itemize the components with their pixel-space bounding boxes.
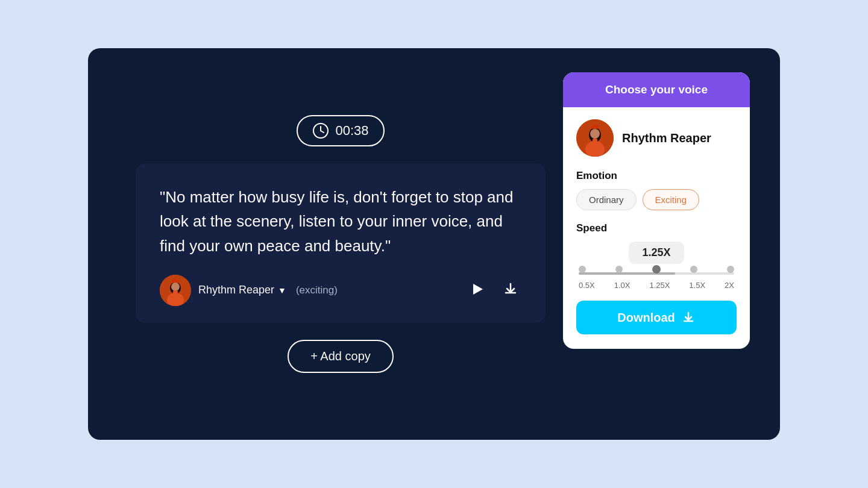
timer-display: 00:38 xyxy=(335,123,368,139)
svg-rect-8 xyxy=(173,290,178,298)
speed-label-2: 1.25X xyxy=(649,281,670,290)
speed-label: Speed xyxy=(576,222,737,234)
speed-slider[interactable]: 0.5X 1.0X 1.25X 1.5X 2X xyxy=(576,272,737,290)
emotion-label: Emotion xyxy=(576,170,737,182)
voice-panel: Choose your voice Rhythm Reaper Em xyxy=(563,72,750,349)
add-copy-button[interactable]: + Add copy xyxy=(288,340,394,373)
speed-display: 1.25X xyxy=(576,242,737,264)
speed-track xyxy=(579,272,734,275)
panel-body: Rhythm Reaper Emotion Ordinary Exciting … xyxy=(563,107,750,349)
speed-label-4: 2X xyxy=(725,281,734,290)
main-container: 00:38 "No matter how busy life is, don't… xyxy=(88,48,780,440)
speed-value: 1.25X xyxy=(629,242,684,264)
svg-point-15 xyxy=(590,129,600,139)
svg-line-2 xyxy=(321,131,324,133)
speed-label-3: 1.5X xyxy=(689,281,705,290)
avatar-image-large xyxy=(576,119,614,157)
panel-voice-name: Rhythm Reaper xyxy=(622,131,711,145)
voice-row: Rhythm Reaper ▼ (exciting) xyxy=(160,275,521,306)
emotion-ordinary[interactable]: Ordinary xyxy=(576,189,637,210)
emotion-options: Ordinary Exciting xyxy=(576,189,737,210)
clock-icon xyxy=(312,122,329,139)
quote-text: "No matter how busy life is, don't forge… xyxy=(160,185,521,258)
timer-badge: 00:38 xyxy=(297,115,384,146)
emotion-exciting[interactable]: Exciting xyxy=(643,189,700,210)
download-icon-small xyxy=(502,281,519,298)
avatar-image-small xyxy=(160,275,191,306)
panel-voice-row: Rhythm Reaper xyxy=(576,119,737,157)
voice-emotion-tag: (exciting) xyxy=(296,284,338,296)
speed-label-0: 0.5X xyxy=(579,281,595,290)
speed-label-1: 1.0X xyxy=(614,281,631,290)
play-button[interactable] xyxy=(466,278,488,302)
voice-name-label: Rhythm Reaper xyxy=(198,284,274,296)
left-panel: 00:38 "No matter how busy life is, don't… xyxy=(118,115,563,373)
panel-header: Choose your voice xyxy=(563,72,750,107)
voice-actions xyxy=(466,278,521,302)
quote-card: "No matter how busy life is, don't forge… xyxy=(136,163,546,323)
svg-rect-16 xyxy=(593,139,597,147)
download-label: Download xyxy=(617,311,675,325)
svg-point-7 xyxy=(171,283,180,291)
download-button[interactable]: Download xyxy=(576,301,737,334)
chevron-down-icon: ▼ xyxy=(278,286,286,295)
speed-dot-4 xyxy=(727,266,734,273)
speed-dot-0 xyxy=(579,266,586,273)
speed-dot-1 xyxy=(615,266,623,273)
speed-dot-3 xyxy=(690,266,697,273)
svg-marker-9 xyxy=(473,284,483,295)
download-small-button[interactable] xyxy=(500,278,521,302)
avatar-large xyxy=(576,119,614,157)
speed-dots xyxy=(579,269,734,278)
speed-dot-2 xyxy=(652,265,661,274)
play-icon xyxy=(468,281,485,298)
avatar-small xyxy=(160,275,191,306)
svg-rect-14 xyxy=(591,125,599,129)
speed-labels: 0.5X 1.0X 1.25X 1.5X 2X xyxy=(579,281,734,290)
voice-name-row[interactable]: Rhythm Reaper ▼ xyxy=(198,284,286,296)
download-icon xyxy=(681,310,696,325)
